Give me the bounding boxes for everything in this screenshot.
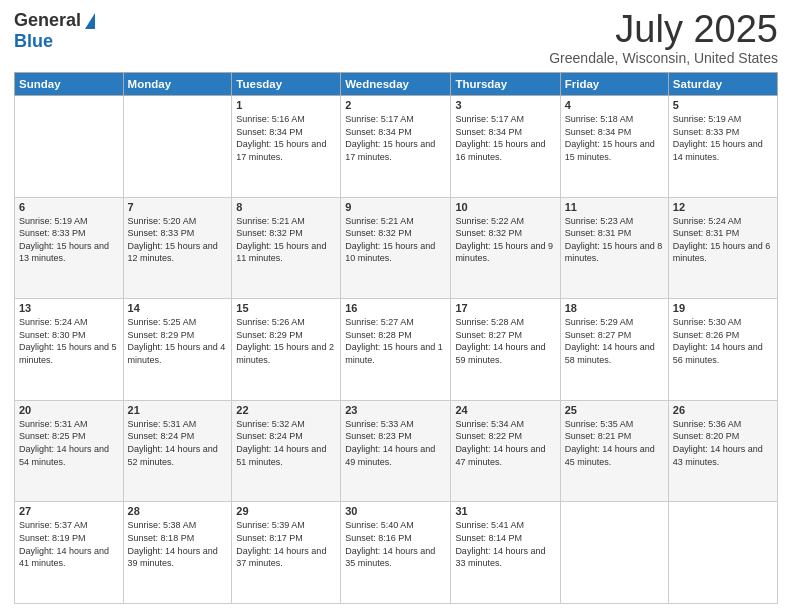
- day-number: 21: [128, 404, 228, 416]
- weekday-header-wednesday: Wednesday: [341, 73, 451, 96]
- day-number: 4: [565, 99, 664, 111]
- weekday-header-saturday: Saturday: [668, 73, 777, 96]
- calendar-cell: 18Sunrise: 5:29 AMSunset: 8:27 PMDayligh…: [560, 299, 668, 401]
- calendar-cell: 4Sunrise: 5:18 AMSunset: 8:34 PMDaylight…: [560, 96, 668, 198]
- calendar-cell: 5Sunrise: 5:19 AMSunset: 8:33 PMDaylight…: [668, 96, 777, 198]
- day-number: 30: [345, 505, 446, 517]
- calendar-cell: 10Sunrise: 5:22 AMSunset: 8:32 PMDayligh…: [451, 197, 560, 299]
- day-info: Sunrise: 5:32 AMSunset: 8:24 PMDaylight:…: [236, 418, 336, 468]
- day-info: Sunrise: 5:39 AMSunset: 8:17 PMDaylight:…: [236, 519, 336, 569]
- day-info: Sunrise: 5:21 AMSunset: 8:32 PMDaylight:…: [236, 215, 336, 265]
- day-info: Sunrise: 5:36 AMSunset: 8:20 PMDaylight:…: [673, 418, 773, 468]
- calendar-cell: 11Sunrise: 5:23 AMSunset: 8:31 PMDayligh…: [560, 197, 668, 299]
- calendar-cell: 22Sunrise: 5:32 AMSunset: 8:24 PMDayligh…: [232, 400, 341, 502]
- calendar-week-4: 20Sunrise: 5:31 AMSunset: 8:25 PMDayligh…: [15, 400, 778, 502]
- calendar-week-5: 27Sunrise: 5:37 AMSunset: 8:19 PMDayligh…: [15, 502, 778, 604]
- logo-area: General Blue: [14, 10, 95, 52]
- calendar-cell: 8Sunrise: 5:21 AMSunset: 8:32 PMDaylight…: [232, 197, 341, 299]
- calendar-cell: 29Sunrise: 5:39 AMSunset: 8:17 PMDayligh…: [232, 502, 341, 604]
- day-info: Sunrise: 5:38 AMSunset: 8:18 PMDaylight:…: [128, 519, 228, 569]
- logo-triangle-icon: [85, 13, 95, 29]
- day-number: 10: [455, 201, 555, 213]
- day-number: 20: [19, 404, 119, 416]
- day-number: 3: [455, 99, 555, 111]
- day-info: Sunrise: 5:31 AMSunset: 8:25 PMDaylight:…: [19, 418, 119, 468]
- day-number: 14: [128, 302, 228, 314]
- day-info: Sunrise: 5:29 AMSunset: 8:27 PMDaylight:…: [565, 316, 664, 366]
- calendar-cell: 12Sunrise: 5:24 AMSunset: 8:31 PMDayligh…: [668, 197, 777, 299]
- calendar-cell: 6Sunrise: 5:19 AMSunset: 8:33 PMDaylight…: [15, 197, 124, 299]
- calendar-cell: 21Sunrise: 5:31 AMSunset: 8:24 PMDayligh…: [123, 400, 232, 502]
- calendar-cell: 14Sunrise: 5:25 AMSunset: 8:29 PMDayligh…: [123, 299, 232, 401]
- day-number: 31: [455, 505, 555, 517]
- day-number: 5: [673, 99, 773, 111]
- day-number: 22: [236, 404, 336, 416]
- day-info: Sunrise: 5:33 AMSunset: 8:23 PMDaylight:…: [345, 418, 446, 468]
- day-info: Sunrise: 5:25 AMSunset: 8:29 PMDaylight:…: [128, 316, 228, 366]
- calendar-cell: 31Sunrise: 5:41 AMSunset: 8:14 PMDayligh…: [451, 502, 560, 604]
- day-info: Sunrise: 5:41 AMSunset: 8:14 PMDaylight:…: [455, 519, 555, 569]
- logo-general-text: General: [14, 10, 81, 31]
- calendar-cell: 20Sunrise: 5:31 AMSunset: 8:25 PMDayligh…: [15, 400, 124, 502]
- calendar-cell: [560, 502, 668, 604]
- calendar-cell: 24Sunrise: 5:34 AMSunset: 8:22 PMDayligh…: [451, 400, 560, 502]
- calendar-week-2: 6Sunrise: 5:19 AMSunset: 8:33 PMDaylight…: [15, 197, 778, 299]
- day-number: 8: [236, 201, 336, 213]
- calendar-cell: 28Sunrise: 5:38 AMSunset: 8:18 PMDayligh…: [123, 502, 232, 604]
- day-info: Sunrise: 5:16 AMSunset: 8:34 PMDaylight:…: [236, 113, 336, 163]
- calendar-cell: 19Sunrise: 5:30 AMSunset: 8:26 PMDayligh…: [668, 299, 777, 401]
- day-number: 11: [565, 201, 664, 213]
- day-number: 27: [19, 505, 119, 517]
- day-info: Sunrise: 5:21 AMSunset: 8:32 PMDaylight:…: [345, 215, 446, 265]
- calendar-cell: 3Sunrise: 5:17 AMSunset: 8:34 PMDaylight…: [451, 96, 560, 198]
- day-number: 17: [455, 302, 555, 314]
- day-number: 26: [673, 404, 773, 416]
- day-number: 2: [345, 99, 446, 111]
- calendar-cell: [123, 96, 232, 198]
- day-info: Sunrise: 5:24 AMSunset: 8:30 PMDaylight:…: [19, 316, 119, 366]
- calendar-cell: 7Sunrise: 5:20 AMSunset: 8:33 PMDaylight…: [123, 197, 232, 299]
- calendar-cell: 27Sunrise: 5:37 AMSunset: 8:19 PMDayligh…: [15, 502, 124, 604]
- day-number: 13: [19, 302, 119, 314]
- weekday-header-row: SundayMondayTuesdayWednesdayThursdayFrid…: [15, 73, 778, 96]
- calendar-week-3: 13Sunrise: 5:24 AMSunset: 8:30 PMDayligh…: [15, 299, 778, 401]
- calendar-cell: 15Sunrise: 5:26 AMSunset: 8:29 PMDayligh…: [232, 299, 341, 401]
- day-info: Sunrise: 5:18 AMSunset: 8:34 PMDaylight:…: [565, 113, 664, 163]
- day-number: 12: [673, 201, 773, 213]
- day-number: 16: [345, 302, 446, 314]
- day-number: 6: [19, 201, 119, 213]
- weekday-header-thursday: Thursday: [451, 73, 560, 96]
- day-info: Sunrise: 5:35 AMSunset: 8:21 PMDaylight:…: [565, 418, 664, 468]
- day-number: 1: [236, 99, 336, 111]
- day-info: Sunrise: 5:19 AMSunset: 8:33 PMDaylight:…: [673, 113, 773, 163]
- weekday-header-sunday: Sunday: [15, 73, 124, 96]
- day-info: Sunrise: 5:17 AMSunset: 8:34 PMDaylight:…: [345, 113, 446, 163]
- page: General Blue July 2025 Greendale, Wiscon…: [0, 0, 792, 612]
- month-title: July 2025: [549, 10, 778, 48]
- calendar-cell: [668, 502, 777, 604]
- calendar-cell: 30Sunrise: 5:40 AMSunset: 8:16 PMDayligh…: [341, 502, 451, 604]
- header: General Blue July 2025 Greendale, Wiscon…: [14, 10, 778, 66]
- calendar-week-1: 1Sunrise: 5:16 AMSunset: 8:34 PMDaylight…: [15, 96, 778, 198]
- calendar-cell: 25Sunrise: 5:35 AMSunset: 8:21 PMDayligh…: [560, 400, 668, 502]
- title-area: July 2025 Greendale, Wisconsin, United S…: [549, 10, 778, 66]
- day-info: Sunrise: 5:23 AMSunset: 8:31 PMDaylight:…: [565, 215, 664, 265]
- day-info: Sunrise: 5:20 AMSunset: 8:33 PMDaylight:…: [128, 215, 228, 265]
- day-info: Sunrise: 5:37 AMSunset: 8:19 PMDaylight:…: [19, 519, 119, 569]
- day-info: Sunrise: 5:40 AMSunset: 8:16 PMDaylight:…: [345, 519, 446, 569]
- day-info: Sunrise: 5:28 AMSunset: 8:27 PMDaylight:…: [455, 316, 555, 366]
- day-info: Sunrise: 5:26 AMSunset: 8:29 PMDaylight:…: [236, 316, 336, 366]
- calendar-cell: 13Sunrise: 5:24 AMSunset: 8:30 PMDayligh…: [15, 299, 124, 401]
- location-title: Greendale, Wisconsin, United States: [549, 50, 778, 66]
- day-info: Sunrise: 5:31 AMSunset: 8:24 PMDaylight:…: [128, 418, 228, 468]
- day-info: Sunrise: 5:19 AMSunset: 8:33 PMDaylight:…: [19, 215, 119, 265]
- day-number: 28: [128, 505, 228, 517]
- day-info: Sunrise: 5:24 AMSunset: 8:31 PMDaylight:…: [673, 215, 773, 265]
- calendar-cell: 9Sunrise: 5:21 AMSunset: 8:32 PMDaylight…: [341, 197, 451, 299]
- day-info: Sunrise: 5:27 AMSunset: 8:28 PMDaylight:…: [345, 316, 446, 366]
- logo-blue-text: Blue: [14, 31, 53, 52]
- day-number: 19: [673, 302, 773, 314]
- day-number: 9: [345, 201, 446, 213]
- calendar-table: SundayMondayTuesdayWednesdayThursdayFrid…: [14, 72, 778, 604]
- day-number: 29: [236, 505, 336, 517]
